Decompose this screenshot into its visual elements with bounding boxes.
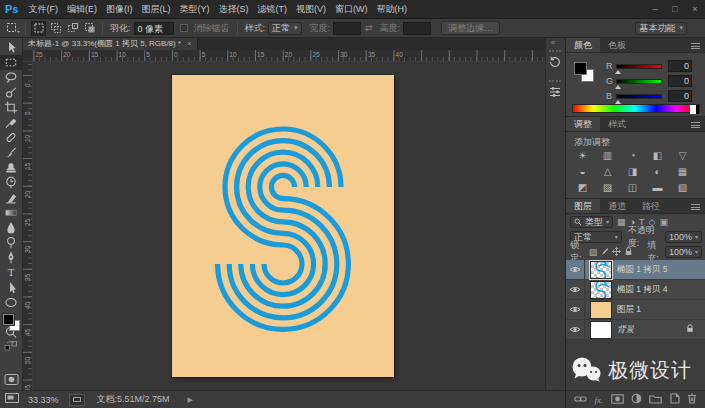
tab-styles[interactable]: 样式 (600, 117, 634, 131)
height-input[interactable] (403, 22, 431, 35)
menu-item[interactable]: 选择(S) (218, 3, 248, 16)
add-mask-icon[interactable] (611, 394, 624, 406)
vibrance-icon[interactable]: ▽ (674, 149, 691, 162)
color-spectrum-bar[interactable] (572, 104, 700, 113)
swap-dimensions-icon[interactable]: ⇄ (365, 23, 373, 33)
layer-visibility-toggle[interactable] (566, 260, 585, 280)
delete-layer-icon[interactable] (687, 393, 697, 406)
new-layer-icon[interactable] (670, 393, 680, 406)
panel-menu-icon[interactable] (691, 43, 700, 49)
gradient-tool[interactable] (0, 205, 22, 220)
blue-channel-slider[interactable] (616, 94, 662, 99)
layer-thumbnail[interactable] (590, 261, 612, 279)
hue-saturation-icon[interactable]: ◒ (574, 165, 591, 178)
tab-paths[interactable]: 路径 (634, 199, 668, 213)
menu-item[interactable]: 编辑(E) (67, 3, 97, 16)
lock-all-icon[interactable] (624, 246, 633, 258)
tab-color[interactable]: 颜色 (566, 38, 600, 52)
swap-colors-icon[interactable] (0, 340, 22, 352)
exposure-icon[interactable]: ◧ (649, 149, 666, 162)
color-balance-icon[interactable]: △ (599, 165, 616, 178)
selective-color-icon[interactable]: ▧ (674, 181, 691, 194)
tab-close-icon[interactable]: × (187, 38, 192, 50)
link-layers-icon[interactable] (574, 394, 587, 406)
workspace-select[interactable]: 基本功能 ▾ (635, 22, 687, 35)
type-tool[interactable]: T (0, 265, 22, 280)
canvas-pasteboard[interactable] (33, 62, 545, 390)
new-group-icon[interactable] (649, 394, 662, 406)
layer-name[interactable]: 图层 1 (617, 304, 641, 316)
green-channel-value[interactable]: 0 (668, 75, 692, 87)
layer-filter-select[interactable]: 类型 ▾ (570, 216, 613, 228)
quick-selection-tool[interactable] (0, 85, 22, 100)
red-channel-slider[interactable] (616, 64, 662, 69)
clone-stamp-tool[interactable] (0, 160, 22, 175)
restore-button[interactable]: □ (665, 4, 685, 14)
spot-healing-brush-tool[interactable] (0, 130, 22, 145)
history-panel-icon[interactable] (547, 54, 563, 70)
layer-row[interactable]: 背景 (566, 320, 705, 340)
layer-style-icon[interactable]: fx. (594, 395, 603, 405)
menu-item[interactable]: 窗口(W) (335, 3, 368, 16)
pixel-layer-filter-icon[interactable]: ▦ (617, 217, 626, 227)
slider-thumb[interactable] (615, 100, 621, 104)
pen-tool[interactable] (0, 250, 22, 265)
layer-name[interactable]: 背景 (617, 324, 634, 336)
move-tool[interactable] (0, 40, 22, 55)
menu-item[interactable]: 类型(Y) (179, 3, 209, 16)
menu-item[interactable]: 图层(L) (141, 3, 170, 16)
layer-thumbnail[interactable] (590, 301, 612, 319)
black-swatch[interactable] (696, 105, 699, 114)
horizontal-ruler[interactable]: 2520151050510152025303540 (33, 50, 545, 62)
zoom-level-field[interactable]: 33.33% (28, 395, 59, 405)
channel-mixer-icon[interactable]: ▦ (674, 165, 691, 178)
properties-panel-icon[interactable] (547, 84, 563, 100)
curves-icon[interactable]: ◔ (624, 149, 641, 162)
blue-channel-value[interactable]: 0 (668, 90, 692, 102)
layer-name[interactable]: 椭圆 1 拷贝 5 (617, 264, 668, 276)
layer-visibility-toggle[interactable] (566, 300, 585, 320)
brush-tool[interactable] (0, 145, 22, 160)
document-canvas[interactable] (172, 75, 394, 377)
intersect-selection-mode[interactable] (82, 21, 97, 36)
brightness-contrast-icon[interactable]: ☀ (574, 149, 591, 162)
ellipse-shape-tool[interactable] (0, 295, 22, 310)
layer-thumbnail[interactable] (590, 321, 612, 339)
fill-select[interactable]: 100% ▾ (665, 246, 702, 258)
slider-thumb[interactable] (615, 70, 621, 74)
layer-name[interactable]: 椭圆 1 拷贝 4 (617, 284, 668, 296)
slider-thumb[interactable] (615, 85, 621, 89)
anti-alias-checkbox[interactable] (180, 24, 188, 32)
close-button[interactable]: × (685, 4, 705, 14)
levels-icon[interactable]: ▥ (599, 149, 616, 162)
document-tab[interactable]: 未标题-1 @ 33.3%(椭圆 1 拷贝 5, RGB/8) * × (23, 38, 198, 50)
dodge-tool[interactable] (0, 235, 22, 250)
green-channel-slider[interactable] (616, 79, 662, 84)
red-channel-value[interactable]: 0 (668, 60, 692, 72)
rectangular-marquee-tool[interactable] (0, 55, 22, 70)
opacity-select[interactable]: 100% ▾ (665, 231, 702, 243)
tab-layers[interactable]: 图层 (566, 199, 600, 213)
minimize-button[interactable]: – (645, 4, 665, 14)
tab-swatches[interactable]: 色板 (600, 38, 634, 52)
new-adjustment-layer-icon[interactable] (631, 393, 642, 406)
subtract-from-selection-mode[interactable] (65, 21, 80, 36)
menu-item[interactable]: 文件(F) (28, 3, 58, 16)
menu-item[interactable]: 滤镜(T) (257, 3, 287, 16)
new-selection-mode[interactable] (31, 21, 46, 36)
gradient-map-icon[interactable]: ▬ (649, 181, 666, 194)
layer-row[interactable]: 椭圆 1 拷贝 4 (566, 280, 705, 300)
screen-mode-icon[interactable] (4, 392, 20, 407)
dock-drag-handle[interactable] (549, 80, 561, 82)
lasso-tool[interactable] (0, 70, 22, 85)
lock-pixels-icon[interactable] (600, 247, 609, 258)
width-input[interactable] (333, 22, 361, 35)
status-options-arrow[interactable]: ▶ (188, 396, 193, 404)
panel-menu-icon[interactable] (691, 122, 700, 128)
vertical-ruler[interactable]: 0510152025303540455055 (23, 62, 33, 390)
invert-icon[interactable]: ◩ (574, 181, 591, 194)
foreground-color-swatch[interactable] (574, 62, 587, 75)
history-brush-tool[interactable] (0, 175, 22, 190)
black-white-icon[interactable]: ◨ (624, 165, 641, 178)
layer-row[interactable]: 椭圆 1 拷贝 5 (566, 260, 705, 280)
